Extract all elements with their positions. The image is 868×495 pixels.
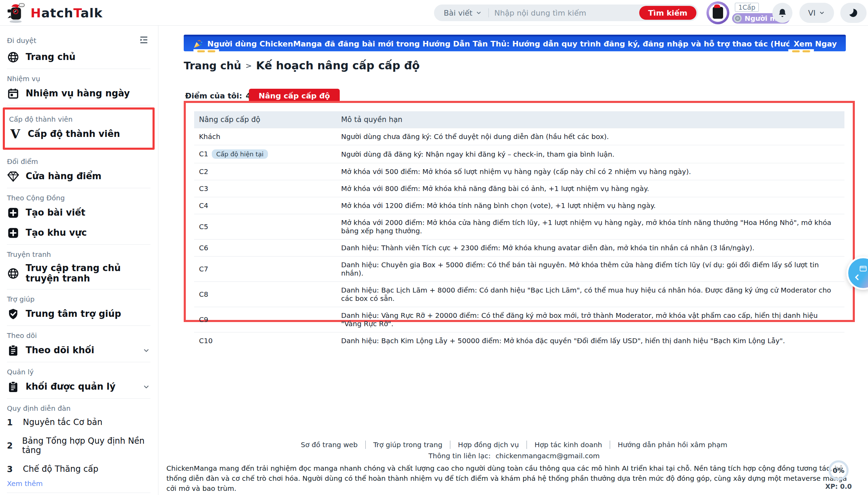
sidebar-section-label: Truyện tranh [7, 250, 51, 259]
sidebar-section-label: Nhiệm vụ [7, 75, 40, 83]
sidebar-item-label: Nguyên tắc Cơ bản [23, 418, 102, 427]
sidebar-section-label: Theo dõi [7, 331, 37, 340]
clipboard-icon [7, 381, 19, 393]
table-row: C9Danh hiệu: Vàng Rực Rỡ + 20000 điểm: C… [194, 307, 844, 332]
footer: Sơ đồ trang webTrợ giúp trong trangHợp đ… [166, 441, 862, 494]
brand-logo[interactable]: HatchTalk [6, 2, 103, 24]
level-cell: C8 [194, 282, 336, 307]
level-name: C6 [199, 244, 208, 252]
sidebar-item-label: Truy cập trang chủ truyện tranh [26, 263, 150, 284]
sidebar-section-label-row: Đổi điểm [7, 157, 150, 166]
plus-icon [7, 227, 19, 239]
plus-icon [7, 207, 19, 219]
permissions-cell: Danh hiệu: Chuyên gia Box + 5000 điểm: C… [336, 257, 844, 282]
xp-value: XP: 0.0 [819, 483, 858, 490]
sidebar-item[interactable]: 3Chế độ Thăng cấp [7, 460, 150, 479]
search-button[interactable]: Tìm kiếm [639, 6, 696, 20]
breadcrumb: Trang chủ > Kế hoạch nâng cấp cấp độ [184, 59, 420, 72]
vletter-icon: V [9, 128, 21, 140]
level-name: C10 [199, 337, 212, 345]
sidebar-item[interactable]: Theo dõi khối [7, 340, 150, 361]
window-icon [858, 264, 868, 273]
sidebar-item-number: 3 [7, 464, 14, 474]
banner-action-link[interactable]: Xem Ngay [793, 40, 837, 48]
sidebar-section-label-row: Theo dõi [7, 331, 150, 340]
search-category-label: Bài viết [444, 9, 472, 17]
sidebar-item-label: Theo dõi khối [26, 345, 94, 356]
sidebar-section-label: Quy định diễn đàn [7, 404, 71, 412]
svg-text:V: V [10, 128, 20, 140]
login-row: Đăng nhập [7, 493, 150, 495]
sidebar-collapse-icon[interactable] [139, 35, 150, 46]
footer-link[interactable]: Hợp đồng dịch vụ [450, 441, 527, 449]
table-row: C6Danh hiệu: Thành viên Tích cực + 2300 … [194, 240, 844, 257]
sidebar-section: Quản lýkhối được quản lý [7, 362, 150, 399]
table-row: C1Cấp độ hiện tạiNgười dùng đã đăng ký: … [194, 145, 844, 163]
sidebar-section: Quy định diễn đàn1Nguyên tắc Cơ bản2Bảng… [7, 399, 150, 493]
sidebar-section: Cấp độ thành viênVCấp độ thành viên [3, 107, 155, 150]
globe-icon [7, 267, 19, 280]
level-cell: C10 [194, 332, 336, 349]
sidebar-item[interactable]: Tạo bài viết [7, 203, 150, 223]
level-cell: C1Cấp độ hiện tại [194, 145, 336, 163]
language-label: VI [808, 9, 816, 17]
contact-email[interactable]: chickenmangacm@gmail.com [495, 452, 600, 460]
sidebar-section: Theo Cộng ĐồngTạo bài viếtTạo khu vực [7, 188, 150, 245]
avatar[interactable] [706, 1, 729, 24]
search-category-dropdown[interactable]: Bài viết [434, 9, 488, 17]
sidebar-item[interactable]: Trung tâm trợ giúp [7, 304, 150, 324]
sidebar-item-label: Cấp độ thành viên [28, 129, 120, 139]
sidebar-item-label: khối được quản lý [26, 382, 115, 392]
sidebar-section-label-row: Trợ giúp [7, 295, 150, 303]
permissions-cell: Mở khóa với 1200 điểm: Mở khóa tính năng… [336, 197, 844, 214]
table-row: C2Mở khóa với 500 điểm: Mở khóa số lượt … [194, 163, 844, 180]
level-cell: C9 [194, 307, 336, 332]
header: HatchTalk Bài viết Tìm kiếm 1Cấp Người m… [0, 0, 868, 26]
level-name: C3 [199, 184, 208, 193]
see-more-link[interactable]: Xem thêm [7, 479, 43, 488]
sidebar-section-label: Theo Cộng Đồng [7, 194, 65, 202]
footer-link[interactable]: Sơ đồ trang web [293, 441, 366, 449]
brand-name: HatchTalk [31, 6, 103, 20]
sidebar-item[interactable]: 2Bảng Tổng hợp Quy định Nền tảng [7, 432, 150, 460]
sidebar-section: Nhiệm vụNhiệm vụ hàng ngày [7, 69, 150, 105]
search-input[interactable] [489, 9, 639, 17]
table-header-row: Nâng cấp cấp độ Mô tả quyền hạn [194, 111, 844, 128]
chevron-down-icon [475, 9, 482, 16]
announcement-banner[interactable]: Người dùng ChickenManga đã đăng bài mới … [184, 35, 846, 51]
medal-icon [733, 14, 743, 23]
calendar-icon [7, 87, 19, 100]
language-selector[interactable]: VI [799, 3, 834, 23]
sidebar-item[interactable]: Cửa hàng điểm [7, 166, 150, 186]
page-title: Kế hoạch nâng cấp cấp độ [256, 59, 419, 72]
table-row: C10Danh hiệu: Bạch Kim Lộng Lẫy + 50000 … [194, 332, 844, 349]
footer-link[interactable]: Trợ giúp trong trang [366, 441, 450, 449]
notifications-button[interactable] [772, 3, 792, 23]
banner-decoration [788, 49, 814, 53]
globe-icon [7, 51, 19, 63]
chevron-down-icon [142, 383, 150, 391]
breadcrumb-home-link[interactable]: Trang chủ [184, 60, 241, 72]
dark-mode-toggle[interactable] [840, 3, 867, 23]
level-name: C1 [199, 150, 208, 158]
sidebar-item[interactable]: Truy cập trang chủ truyện tranh [7, 259, 150, 288]
sidebar-item[interactable]: Tạo khu vực [7, 223, 150, 243]
sidebar: Đi duyệtTrang chủNhiệm vụNhiệm vụ hàng n… [0, 26, 158, 495]
sidebar-item[interactable]: khối được quản lý [7, 377, 150, 397]
sidebar-item[interactable]: 1Nguyên tắc Cơ bản [7, 413, 150, 432]
sidebar-item[interactable]: VCấp độ thành viên [9, 124, 150, 144]
table-row: KháchNgười dùng chưa đăng ký: Có thể duy… [194, 128, 844, 145]
mascot-icon [6, 2, 27, 24]
sidebar-item-label: Bảng Tổng hợp Quy định Nền tảng [22, 436, 150, 455]
sidebar-section: Đổi điểmCửa hàng điểm [7, 152, 150, 188]
sidebar-item[interactable]: Trang chủ [7, 47, 150, 67]
celebration-icon [193, 39, 203, 49]
footer-link[interactable]: Hợp tác kinh doanh [527, 441, 610, 449]
sidebar-item-label: Tạo bài viết [26, 208, 85, 218]
level-name: C7 [199, 265, 208, 273]
footer-link[interactable]: Hướng dẫn phản hồi xâm phạm [610, 441, 735, 449]
level-cell: C4 [194, 197, 336, 214]
sidebar-section-label-row: Theo Cộng Đồng [7, 194, 150, 202]
current-level-badge: Cấp độ hiện tại [212, 149, 268, 159]
sidebar-item[interactable]: Nhiệm vụ hàng ngày [7, 84, 150, 104]
